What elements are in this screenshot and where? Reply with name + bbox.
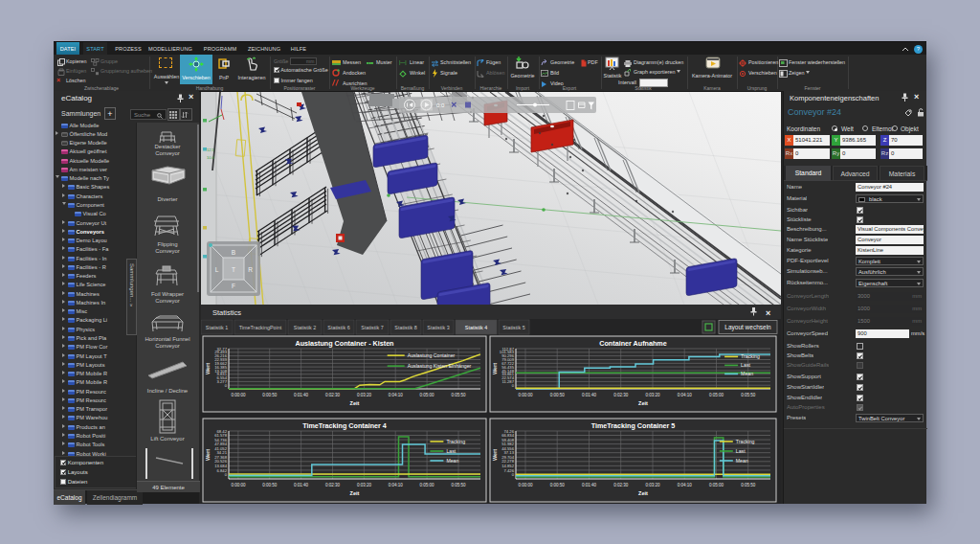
svg-text:0:00:50: 0:00:50: [550, 393, 566, 397]
svg-text:0:05:50: 0:05:50: [451, 393, 466, 397]
svg-text:0:05:50: 0:05:50: [741, 483, 756, 487]
svg-text:0:02:30: 0:02:30: [613, 483, 629, 487]
svg-text:Layout wechseln: Layout wechseln: [724, 324, 771, 331]
svg-text:12.5: 12.5: [207, 147, 215, 152]
svg-text:0:05:50: 0:05:50: [451, 483, 466, 487]
svg-text:0:00:50: 0:00:50: [262, 483, 278, 487]
svg-text:Tracking: Tracking: [741, 353, 760, 359]
svg-text:Statistik 1: Statistik 1: [206, 325, 228, 330]
svg-text:0:00:00: 0:00:00: [518, 393, 533, 397]
svg-text:Statistik 3: Statistik 3: [427, 325, 449, 330]
svg-text:10.0: 10.0: [207, 155, 215, 160]
svg-text:Statistik 7: Statistik 7: [361, 325, 383, 330]
svg-text:0:02:30: 0:02:30: [325, 483, 341, 487]
svg-text:Statistik 6: Statistik 6: [327, 325, 349, 330]
svg-text:0:05:00: 0:05:00: [420, 483, 435, 487]
svg-text:Wert: Wert: [492, 363, 498, 374]
svg-text:0:01:40: 0:01:40: [582, 483, 597, 487]
svg-text:Zeit: Zeit: [638, 490, 648, 496]
svg-text:0:02:30: 0:02:30: [613, 393, 629, 397]
svg-text:0:00:00: 0:00:00: [231, 393, 246, 397]
svg-text:Last: Last: [736, 448, 746, 454]
svg-text:0:00:00: 0:00:00: [518, 483, 533, 487]
svg-text:0:00:50: 0:00:50: [262, 393, 278, 397]
svg-text:Auslastung Container: Auslastung Container: [408, 352, 456, 358]
svg-text:0:0: 0:0: [436, 102, 445, 108]
svg-text:0:05:00: 0:05:00: [709, 393, 724, 397]
svg-text:0:03:20: 0:03:20: [357, 393, 372, 397]
svg-text:TimeTracking Container 4: TimeTracking Container 4: [302, 421, 387, 430]
svg-text:Wert: Wert: [205, 363, 211, 374]
svg-text:0:03:20: 0:03:20: [645, 393, 660, 397]
svg-text:0:01:40: 0:01:40: [294, 483, 309, 487]
svg-text:0:02:30: 0:02:30: [325, 393, 341, 397]
svg-text:Tracking: Tracking: [446, 439, 465, 444]
svg-text:Zeit: Zeit: [350, 490, 360, 496]
svg-text:Mean: Mean: [446, 458, 458, 464]
svg-text:Statistik 5: Statistik 5: [502, 325, 524, 330]
svg-text:Last: Last: [446, 448, 456, 454]
svg-text:Tracking: Tracking: [736, 439, 755, 444]
svg-text:Zeit: Zeit: [350, 400, 360, 406]
svg-text:Wert: Wert: [205, 449, 211, 461]
svg-text:F: F: [232, 283, 235, 289]
svg-text:0:03:20: 0:03:20: [645, 483, 660, 487]
svg-text:0:01:40: 0:01:40: [294, 393, 309, 397]
svg-text:0:04:10: 0:04:10: [389, 393, 404, 397]
svg-text:Zeit: Zeit: [638, 400, 648, 406]
svg-text:T: T: [232, 266, 235, 273]
svg-text:Statistik 8: Statistik 8: [394, 325, 416, 330]
svg-text:0:03:20: 0:03:20: [357, 483, 372, 487]
svg-text:0:05:00: 0:05:00: [709, 483, 724, 487]
svg-text:0:05:00: 0:05:00: [420, 393, 435, 397]
svg-text:TimeTrackingPoint: TimeTrackingPoint: [239, 325, 282, 330]
svg-text:×: ×: [766, 308, 770, 318]
svg-text:TimeTracking Container 5: TimeTracking Container 5: [591, 421, 676, 430]
svg-text:R: R: [248, 266, 253, 273]
svg-text:B: B: [232, 249, 235, 256]
svg-text:Last: Last: [741, 362, 750, 368]
svg-text:Statistik 4: Statistik 4: [465, 325, 487, 330]
svg-text:Statistics: Statistics: [212, 308, 241, 317]
svg-text:Auslastung Container - Kisten: Auslastung Container - Kisten: [295, 339, 393, 348]
svg-text:0:05:50: 0:05:50: [741, 393, 756, 397]
svg-text:Container Aufnahme: Container Aufnahme: [599, 339, 666, 348]
svg-text:Statistik 2: Statistik 2: [294, 325, 316, 330]
svg-text:0:04:10: 0:04:10: [389, 483, 404, 487]
svg-text:Auslastung Kisten Einhänger: Auslastung Kisten Einhänger: [408, 363, 472, 369]
svg-text:0:01:40: 0:01:40: [582, 393, 597, 397]
svg-text:Wert: Wert: [492, 449, 498, 461]
svg-text:0:04:10: 0:04:10: [678, 393, 693, 397]
svg-text:0:00:00: 0:00:00: [231, 483, 246, 487]
svg-text:Mean: Mean: [741, 371, 753, 376]
svg-text:L: L: [215, 266, 219, 273]
svg-text:Mean: Mean: [736, 458, 748, 464]
svg-text:0:04:10: 0:04:10: [678, 483, 693, 487]
svg-text:0:00:50: 0:00:50: [550, 483, 566, 487]
